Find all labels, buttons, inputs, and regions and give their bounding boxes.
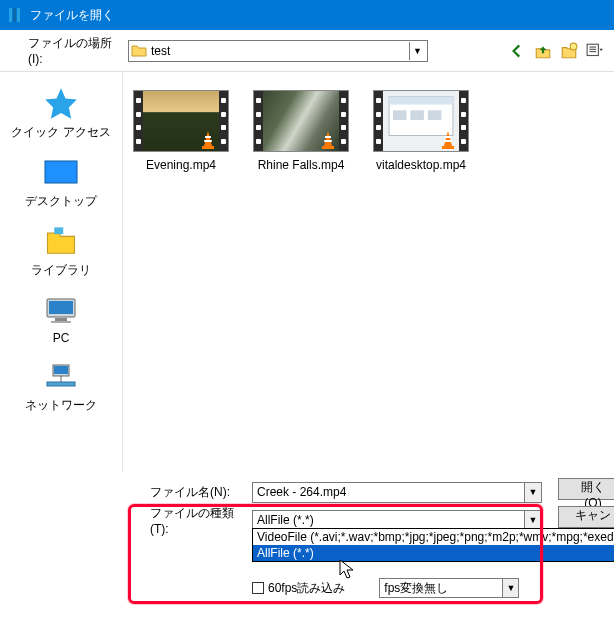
location-label: ファイルの場所(I): xyxy=(28,35,118,66)
svg-rect-10 xyxy=(54,227,63,234)
pc-icon xyxy=(43,295,79,327)
filetype-option[interactable]: AllFile (*.*) xyxy=(253,545,614,561)
filetype-option[interactable]: VideoFile (*.avi;*.wav;*bmp;*jpg;*jpeg;*… xyxy=(253,529,614,545)
libraries-icon xyxy=(43,226,79,258)
cancel-button[interactable]: キャンセル xyxy=(558,506,614,528)
places-bar: クイック アクセス デスクトップ ライブラリ PC ネットワーク xyxy=(0,72,122,472)
location-value: test xyxy=(151,44,405,58)
chevron-down-icon[interactable]: ▼ xyxy=(524,483,541,502)
svg-rect-22 xyxy=(322,146,334,149)
open-button[interactable]: 開く(O) xyxy=(558,478,614,500)
filetype-dropdown-list[interactable]: VideoFile (*.avi;*.wav;*bmp;*jpg;*jpeg;*… xyxy=(252,528,614,562)
file-name: Rhine Falls.mp4 xyxy=(258,158,345,172)
svg-rect-17 xyxy=(47,382,75,386)
chevron-down-icon[interactable]: ▼ xyxy=(524,511,541,530)
network-icon xyxy=(43,361,79,393)
file-name: vitaldesktop.mp4 xyxy=(376,158,466,172)
svg-rect-20 xyxy=(205,136,211,138)
file-thumbnail xyxy=(133,90,229,152)
place-pc[interactable]: PC xyxy=(43,295,79,345)
view-menu-icon[interactable] xyxy=(586,42,604,60)
svg-rect-32 xyxy=(444,140,452,142)
vlc-cone-icon xyxy=(198,130,218,150)
svg-rect-12 xyxy=(49,301,73,314)
svg-rect-5 xyxy=(589,46,596,47)
file-thumbnail xyxy=(253,90,349,152)
up-folder-icon[interactable] xyxy=(534,42,552,60)
svg-rect-28 xyxy=(410,110,424,120)
location-toolbar: ファイルの場所(I): test ▼ xyxy=(0,30,614,72)
new-folder-icon[interactable] xyxy=(560,42,578,60)
svg-rect-2 xyxy=(17,8,20,22)
window-title: ファイルを開く xyxy=(30,7,114,24)
place-desktop[interactable]: デスクトップ xyxy=(25,157,97,210)
file-item[interactable]: Evening.mp4 xyxy=(133,90,229,172)
svg-rect-29 xyxy=(428,110,442,120)
location-combo[interactable]: test ▼ xyxy=(128,40,428,62)
svg-rect-8 xyxy=(45,161,77,183)
svg-rect-26 xyxy=(389,97,453,105)
svg-rect-0 xyxy=(9,8,12,22)
place-libraries[interactable]: ライブラリ xyxy=(31,226,91,279)
svg-rect-13 xyxy=(55,318,67,321)
svg-rect-6 xyxy=(589,48,596,49)
star-icon xyxy=(43,88,79,120)
desktop-icon xyxy=(43,157,79,189)
svg-point-3 xyxy=(570,43,577,50)
svg-rect-19 xyxy=(202,146,214,149)
svg-rect-16 xyxy=(54,366,68,374)
svg-rect-14 xyxy=(51,321,71,323)
svg-rect-7 xyxy=(589,51,596,52)
file-item[interactable]: Rhine Falls.mp4 xyxy=(253,90,349,172)
filetype-value: AllFile (*.*) xyxy=(253,513,524,527)
bottom-panel: ファイル名(N): Creek - 264.mp4 ▼ ファイルの種類(T): … xyxy=(0,472,614,604)
svg-rect-1 xyxy=(13,8,16,22)
app-icon xyxy=(6,7,22,23)
place-quick-access[interactable]: クイック アクセス xyxy=(11,88,110,141)
file-item[interactable]: vitaldesktop.mp4 xyxy=(373,90,469,172)
back-icon[interactable] xyxy=(508,42,526,60)
file-open-dialog: ファイルを開く ファイルの場所(I): test ▼ クイック アクセス xyxy=(0,0,614,625)
folder-icon xyxy=(131,43,147,59)
filename-value: Creek - 264.mp4 xyxy=(253,485,524,499)
fps-convert-combo[interactable]: fps変換無し ▼ xyxy=(379,578,519,598)
place-network[interactable]: ネットワーク xyxy=(25,361,97,414)
file-thumbnail xyxy=(373,90,469,152)
vlc-cone-icon xyxy=(318,130,338,150)
fps60-checkbox[interactable]: 60fps読み込み xyxy=(252,580,345,597)
chevron-down-icon[interactable]: ▼ xyxy=(502,579,518,597)
svg-rect-30 xyxy=(442,146,454,149)
svg-rect-23 xyxy=(325,136,331,138)
chevron-down-icon[interactable]: ▼ xyxy=(409,42,425,60)
filetype-label: ファイルの種類(T): xyxy=(150,505,242,536)
title-bar: ファイルを開く xyxy=(0,0,614,30)
file-list[interactable]: Evening.mp4 Rhine Falls.mp4 xyxy=(122,72,614,472)
file-name: Evening.mp4 xyxy=(146,158,216,172)
filename-label: ファイル名(N): xyxy=(150,484,242,501)
svg-rect-24 xyxy=(324,140,332,142)
svg-rect-21 xyxy=(204,140,212,142)
svg-rect-31 xyxy=(445,136,451,138)
svg-rect-27 xyxy=(393,110,407,120)
filename-combo[interactable]: Creek - 264.mp4 ▼ xyxy=(252,482,542,503)
vlc-cone-icon xyxy=(438,130,458,150)
